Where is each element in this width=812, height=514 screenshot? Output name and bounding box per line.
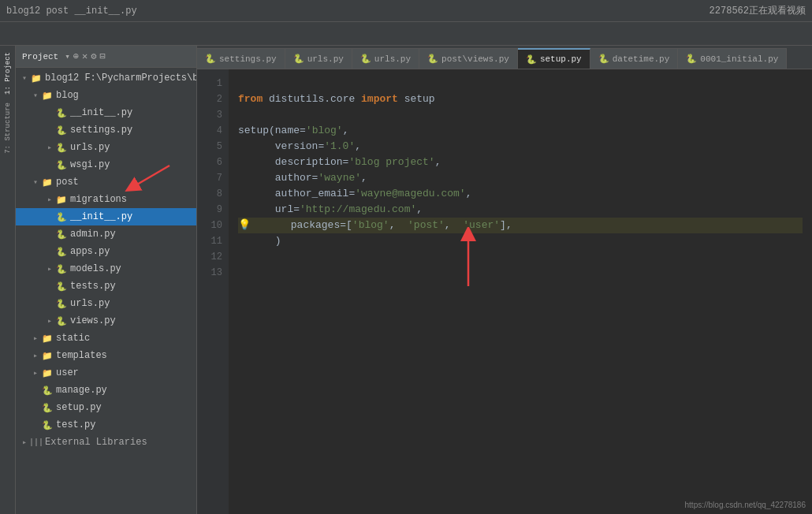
tab-datetime-label: datetime.py	[613, 54, 670, 64]
tree-models[interactable]: ▸ 🐍 models.py	[16, 260, 196, 277]
models-label: models.py	[70, 263, 121, 274]
tree-apps[interactable]: 🐍 apps.py	[16, 243, 196, 260]
tree-tests[interactable]: 🐍 tests.py	[16, 277, 196, 295]
code-editor[interactable]: from distutils.core import setup setup(n…	[229, 69, 812, 514]
title-bar-left: blog12 post __init__.py	[6, 6, 137, 17]
side-strip-structure[interactable]: 7: Structure	[2, 99, 13, 157]
tree-urls-post[interactable]: 🐍 urls.py	[16, 295, 196, 312]
root-label: blog12 F:\PycharmProjects\b	[45, 73, 196, 84]
models-icon: 🐍	[55, 263, 68, 275]
panel-dropdown-icon[interactable]: ▾	[65, 51, 70, 61]
extlib-arrow: ▸	[19, 438, 30, 447]
tree-test[interactable]: 🐍 test.py	[16, 416, 196, 434]
code-line-10: 💡 packages=['blog', 'post', 'user'],	[238, 218, 803, 233]
tab-postviews-icon: 🐍	[427, 54, 438, 64]
side-strip-project[interactable]: 1: Project	[2, 49, 13, 98]
code-line-4: setup(name='blog',	[238, 123, 803, 139]
tab-postviews[interactable]: 🐍 post\views.py	[419, 48, 518, 69]
code-line-8: author_email='wayne@magedu.com',	[238, 186, 803, 202]
side-panel-strip: 1: Project 7: Structure	[0, 46, 16, 514]
tab-initial-icon: 🐍	[686, 54, 697, 64]
static-label: static	[56, 333, 90, 344]
views-label: views.py	[70, 315, 116, 326]
tab-urls2-icon: 🐍	[360, 54, 371, 64]
post-init-label: __init__.py	[70, 211, 132, 222]
static-arrow: ▸	[30, 333, 41, 343]
code-line-9-text: url='http://magedu.com',	[238, 202, 423, 218]
project-panel: Project ▾ ⊕ ✕ ⚙ ⊟ ▾ 📁 blog12 F:\PycharmP…	[16, 46, 197, 514]
title-bar: blog12 post __init__.py 2278562正在观看视频	[0, 0, 812, 22]
tab-settings[interactable]: 🐍 settings.py	[197, 48, 285, 69]
tree-user[interactable]: ▸ 📁 user	[16, 364, 196, 382]
tree-views[interactable]: ▸ 🐍 views.py	[16, 312, 196, 330]
tab-urls2[interactable]: 🐍 urls.py	[352, 48, 419, 69]
panel-icon-settings[interactable]: ⚙	[91, 50, 96, 62]
tree-root[interactable]: ▾ 📁 blog12 F:\PycharmProjects\b	[16, 69, 196, 87]
manage-label: manage.py	[56, 385, 107, 396]
editor-tabs: 🐍 settings.py 🐍 urls.py 🐍 urls.py 🐍 post…	[197, 46, 812, 69]
ln-13: 13	[197, 265, 229, 281]
templates-icon: 📁	[41, 349, 54, 362]
tab-urls1-icon: 🐍	[293, 54, 304, 64]
tree-blog-init[interactable]: 🐍 __init__.py	[16, 104, 196, 121]
tree-admin[interactable]: 🐍 admin.py	[16, 225, 196, 243]
wsgi-label: wsgi.py	[70, 159, 110, 170]
tree-templates[interactable]: ▸ 📁 templates	[16, 347, 196, 364]
ln-5: 5	[197, 139, 229, 155]
tab-urls1-label: urls.py	[307, 54, 344, 64]
code-line-5: version='1.0',	[238, 139, 803, 155]
code-line-7: author='wayne',	[238, 170, 803, 186]
project-panel-header: Project ▾ ⊕ ✕ ⚙ ⊟	[16, 46, 196, 68]
tree-urls-blog[interactable]: ▸ 🐍 urls.py	[16, 139, 196, 156]
panel-header-icons: ⊕ ✕ ⚙ ⊟	[73, 50, 106, 62]
code-line-6: description='blog project',	[238, 155, 803, 170]
tree-post-init[interactable]: 🐍 __init__.py	[16, 208, 196, 225]
tab-initial[interactable]: 🐍 0001_initial.py	[678, 48, 787, 69]
post-arrow: ▾	[30, 177, 41, 187]
title-bar-right: 2278562正在观看视频	[710, 4, 806, 17]
code-line-7-text: author='wayne',	[238, 170, 367, 186]
urls-post-icon: 🐍	[55, 297, 68, 310]
tab-urls1[interactable]: 🐍 urls.py	[285, 48, 352, 69]
init-label: __init__.py	[70, 107, 132, 118]
tree-post-folder[interactable]: ▾ 📁 post	[16, 173, 196, 191]
code-line-3	[238, 107, 803, 123]
tree-static[interactable]: ▸ 📁 static	[16, 330, 196, 347]
setup-file-icon: 🐍	[41, 401, 54, 414]
tab-setup[interactable]: 🐍 setup.py	[518, 48, 590, 69]
tree-extlib[interactable]: ▸ ||| External Libraries	[16, 434, 196, 451]
tree-settings[interactable]: 🐍 settings.py	[16, 121, 196, 139]
migrations-icon: 📁	[55, 193, 68, 206]
ln-11: 11	[197, 233, 229, 249]
setup-label: setup.py	[56, 402, 102, 413]
panel-icon-1[interactable]: ⊕	[73, 50, 79, 62]
urls-blog-label: urls.py	[70, 142, 110, 153]
tree-migrations[interactable]: ▸ 📁 migrations	[16, 191, 196, 208]
code-line-13	[238, 265, 803, 281]
blog-arrow: ▾	[30, 91, 41, 100]
code-line-4-text: setup(name='blog',	[238, 123, 348, 139]
tree-blog-folder[interactable]: ▾ 📁 blog	[16, 87, 196, 104]
ln-3: 3	[197, 107, 229, 123]
tree-arrow: ▾	[19, 73, 30, 83]
plain-distutils: distutils.core	[263, 91, 361, 107]
ln-8: 8	[197, 186, 229, 202]
tab-initial-label: 0001_initial.py	[700, 54, 778, 64]
editor-area: 🐍 settings.py 🐍 urls.py 🐍 urls.py 🐍 post…	[197, 46, 812, 514]
panel-icon-layout[interactable]: ⊟	[100, 50, 106, 62]
watermark-top: 2278562正在观看视频	[710, 6, 806, 17]
tree-setup[interactable]: 🐍 setup.py	[16, 399, 196, 416]
panel-icon-2[interactable]: ✕	[82, 50, 88, 62]
tab-datetime[interactable]: 🐍 datetime.py	[590, 48, 679, 69]
user-arrow: ▸	[30, 368, 41, 378]
code-line-2: from distutils.core import setup	[238, 91, 803, 107]
user-label: user	[56, 367, 79, 378]
ln-4: 4	[197, 123, 229, 139]
urls-blog-icon: 🐍	[55, 141, 68, 154]
tree-manage[interactable]: 🐍 manage.py	[16, 382, 196, 399]
tests-label: tests.py	[70, 281, 116, 292]
code-line-5-text: version='1.0',	[238, 139, 361, 155]
code-line-11-text: )	[238, 233, 281, 249]
wsgi-icon: 🐍	[55, 158, 68, 171]
tree-wsgi[interactable]: 🐍 wsgi.py	[16, 156, 196, 173]
